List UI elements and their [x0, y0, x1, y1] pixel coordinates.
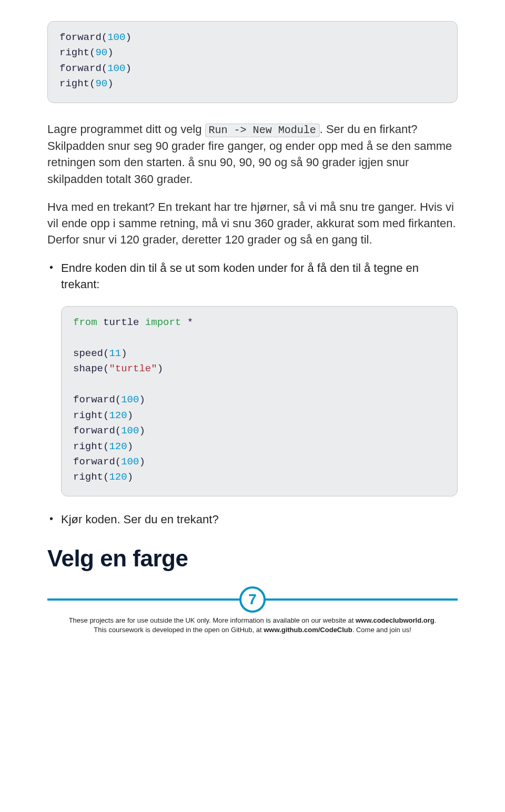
code-line: [73, 330, 446, 346]
code-token: from: [73, 317, 97, 328]
bullet1-line-a: Endre koden din til å se ut som koden un…: [61, 260, 458, 276]
code-line: right(90): [59, 76, 446, 92]
code-token: shape(: [73, 363, 109, 374]
code-token: ): [121, 348, 127, 359]
code-line: forward(100): [73, 454, 446, 470]
footer-note: These projects are for use outside the U…: [47, 616, 458, 634]
code-token: ): [139, 425, 145, 437]
section-heading: Velg en farge: [47, 545, 458, 572]
para1-text-a: Lagre programmet ditt og velg: [47, 123, 205, 136]
code-token: right(: [73, 441, 109, 452]
footer-line1-c: .: [435, 616, 437, 624]
code-line: from turtle import *: [73, 315, 446, 330]
code-line: forward(100): [73, 392, 446, 408]
code-block-bottom: from turtle import * speed(11)shape("tur…: [61, 306, 458, 496]
code-token: 120: [109, 410, 127, 421]
code-token: 90: [95, 78, 107, 89]
code-token: turtle: [97, 317, 145, 328]
paragraph-1: Lagre programmet ditt og velg Run -> New…: [47, 121, 458, 187]
footer-line1-a: These projects are for use outside the U…: [69, 616, 356, 624]
code-line: right(120): [73, 408, 446, 423]
page-footer: 7 These projects are for use outside the…: [47, 586, 458, 634]
code-token: ): [127, 410, 133, 421]
code-token: 100: [121, 394, 139, 405]
code-line: forward(100): [59, 30, 446, 45]
code-token: ): [157, 363, 163, 374]
footer-line2-a: This coursework is developed in the open…: [94, 626, 264, 634]
code-line: [73, 377, 446, 392]
code-line: forward(100): [59, 61, 446, 76]
code-token: ): [139, 456, 145, 468]
code-token: 100: [107, 63, 125, 74]
code-line: right(90): [59, 45, 446, 60]
code-token: forward(: [59, 32, 107, 43]
footer-line1-b: www.codeclubworld.org: [356, 616, 435, 624]
code-token: forward(: [73, 425, 121, 437]
footer-line2-b: www.github.com/CodeClub: [264, 626, 352, 634]
code-token: right(: [73, 410, 109, 421]
code-token: speed(: [73, 348, 109, 359]
code-token: 100: [121, 456, 139, 468]
code-line: shape("turtle"): [73, 361, 446, 377]
code-token: ): [139, 394, 145, 405]
code-token: ): [125, 32, 131, 43]
code-line: right(120): [73, 439, 446, 454]
code-line: forward(100): [73, 423, 446, 439]
code-token: 120: [109, 471, 127, 483]
code-token: forward(: [73, 394, 121, 405]
code-token: ): [127, 441, 133, 452]
bullet-item-1: Endre koden din til å se ut som koden un…: [47, 260, 458, 496]
footer-divider: 7: [47, 586, 458, 613]
code-token: import: [145, 317, 181, 328]
bullet1-line-b: trekant:: [61, 276, 458, 292]
code-token: ): [125, 63, 131, 74]
code-line: right(120): [73, 470, 446, 485]
inline-code-run: Run -> New Module: [205, 124, 320, 137]
paragraph-2: Hva med en trekant? En trekant har tre h…: [47, 199, 458, 248]
code-token: *: [181, 317, 193, 328]
code-block-top: forward(100)right(90)forward(100)right(9…: [47, 21, 458, 103]
footer-line2-c: . Come and join us!: [352, 626, 411, 634]
bullet-item-2: Kjør koden. Ser du en trekant?: [47, 511, 458, 527]
code-token: ): [107, 47, 113, 58]
prose-block: Lagre programmet ditt og velg Run -> New…: [47, 121, 458, 248]
code-token: 100: [121, 425, 139, 437]
code-token: right(: [73, 471, 109, 483]
code-line: speed(11): [73, 346, 446, 361]
code-token: forward(: [59, 63, 107, 74]
page-number-badge: 7: [239, 586, 266, 613]
code-token: 120: [109, 441, 127, 452]
code-token: ): [107, 78, 113, 89]
code-token: 100: [107, 32, 125, 43]
code-token: forward(: [73, 456, 121, 468]
code-token: "turtle": [109, 363, 157, 374]
code-token: ): [127, 471, 133, 483]
code-token: right(: [59, 78, 95, 89]
code-token: right(: [59, 47, 95, 58]
code-token: 11: [109, 348, 121, 359]
code-token: 90: [95, 47, 107, 58]
